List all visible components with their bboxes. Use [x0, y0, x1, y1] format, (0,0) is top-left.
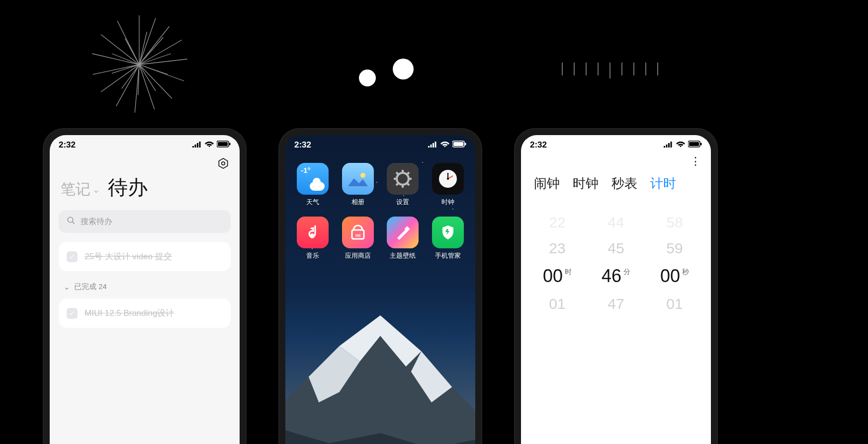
phone-notes: 2:32 笔记⌄ 待办 搜索待办 ✓ 25号 大设计 video 提交	[43, 128, 247, 444]
countdown-ticks	[562, 63, 658, 78]
svg-line-19	[139, 65, 156, 91]
wallpaper-mountain	[285, 315, 475, 444]
svg-line-7	[139, 65, 155, 109]
status-bar: 2:32	[521, 135, 711, 152]
app-music[interactable]: 音乐	[292, 217, 334, 260]
todo-text: MIUI 12.5 Branding设计	[85, 307, 174, 319]
shield-icon	[432, 217, 464, 248]
more-icon[interactable]: ⋮	[690, 156, 702, 167]
svg-line-30	[73, 222, 75, 224]
wifi-icon	[676, 140, 685, 150]
svg-line-48	[396, 183, 398, 185]
svg-rect-59	[689, 142, 699, 146]
svg-rect-27	[229, 143, 231, 146]
gear-icon	[387, 163, 419, 195]
picker-minutes[interactable]: 44 45 46分 47	[587, 214, 645, 312]
svg-point-53	[447, 178, 449, 180]
chevron-down-icon: ⌄	[92, 184, 100, 195]
todo-item[interactable]: ✓ 25号 大设计 video 提交	[59, 242, 231, 271]
firework-icon	[85, 10, 194, 119]
svg-line-18	[139, 65, 168, 74]
svg-rect-60	[700, 143, 702, 146]
svg-point-54	[310, 233, 315, 238]
svg-line-21	[122, 65, 139, 88]
clock-icon	[432, 163, 464, 195]
phone-home: 2:32 -1° 天气 相册 设置 时钟	[278, 128, 482, 444]
svg-text:mi: mi	[355, 233, 360, 238]
svg-line-24	[125, 38, 139, 65]
tab-notes[interactable]: 笔记⌄	[61, 179, 100, 200]
search-placeholder: 搜索待办	[81, 217, 112, 227]
tab-alarm[interactable]: 闹钟	[534, 175, 560, 192]
checkbox-icon[interactable]: ✓	[67, 308, 78, 319]
app-weather[interactable]: -1° 天气	[292, 163, 334, 207]
svg-point-28	[222, 162, 225, 165]
app-themes[interactable]: 主题壁纸	[382, 217, 424, 260]
checkbox-icon[interactable]: ✓	[67, 251, 78, 262]
eye-dot-right	[393, 59, 414, 79]
svg-line-47	[407, 172, 409, 174]
status-time: 2:32	[59, 140, 76, 150]
signal-icon	[663, 140, 673, 150]
todo-text: 25号 大设计 video 提交	[85, 251, 172, 262]
status-bar: 2:32	[50, 135, 240, 152]
eye-dot-left	[359, 70, 376, 86]
app-store[interactable]: mi 应用商店	[338, 217, 379, 260]
weather-icon: -1°	[297, 163, 329, 195]
battery-icon	[688, 140, 702, 150]
svg-line-6	[139, 65, 172, 98]
tab-todo[interactable]: 待办	[108, 174, 148, 201]
svg-point-29	[68, 217, 73, 222]
search-icon	[67, 216, 76, 227]
app-security[interactable]: 手机管家	[428, 217, 469, 260]
phone-clock: 2:32 ⋮ 闹钟 时钟 秒表 计时 22 23 00时 01 44	[514, 128, 718, 444]
svg-rect-26	[218, 142, 228, 146]
svg-point-39	[360, 173, 365, 178]
svg-line-46	[407, 183, 409, 185]
picker-seconds[interactable]: 58 59 00秒 01	[645, 214, 704, 312]
wifi-icon	[205, 140, 214, 150]
signal-icon	[192, 140, 202, 150]
settings-icon[interactable]	[216, 156, 231, 171]
svg-line-45	[396, 172, 398, 174]
battery-icon	[217, 140, 231, 150]
app-settings[interactable]: 设置	[382, 163, 424, 207]
app-gallery[interactable]: 相册	[338, 163, 379, 207]
music-icon	[297, 217, 329, 248]
svg-point-49	[400, 176, 405, 181]
picker-hours[interactable]: 22 23 00时 01	[528, 214, 587, 312]
todo-item[interactable]: ✓ MIUI 12.5 Branding设计	[59, 298, 231, 328]
svg-line-3	[139, 40, 182, 65]
tab-stopwatch[interactable]: 秒表	[611, 175, 637, 192]
app-clock[interactable]: 时钟	[428, 163, 469, 207]
gallery-icon	[342, 163, 374, 195]
chevron-down-icon: ⌄	[64, 283, 70, 292]
tab-timer[interactable]: 计时	[650, 175, 676, 192]
completed-section-toggle[interactable]: ⌄ 已完成 24	[50, 279, 240, 298]
status-time: 2:32	[530, 140, 547, 150]
search-input[interactable]: 搜索待办	[59, 210, 231, 233]
theme-icon	[387, 217, 419, 248]
svg-line-1	[139, 18, 156, 65]
store-icon: mi	[342, 217, 374, 248]
tab-clock[interactable]: 时钟	[573, 175, 599, 192]
